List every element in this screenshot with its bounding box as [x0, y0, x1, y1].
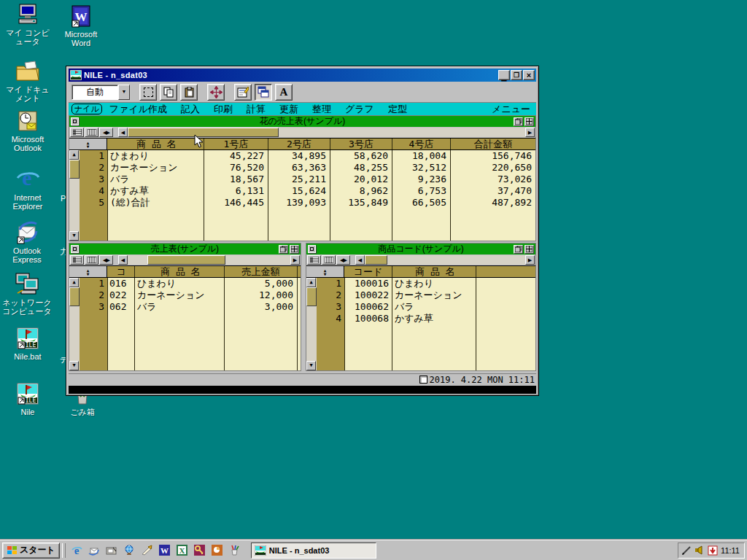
menu-item-nile[interactable]: ナイル: [71, 104, 102, 114]
view-system-button[interactable]: [308, 245, 316, 253]
cell[interactable]: 18,004: [392, 150, 450, 162]
cell[interactable]: 5,000: [224, 278, 297, 289]
select-range-button[interactable]: [139, 84, 157, 101]
cell[interactable]: 100016: [344, 278, 392, 289]
row-sorter[interactable]: ▲▼: [69, 266, 107, 277]
scroll-down-button[interactable]: ▼: [306, 361, 316, 370]
cell[interactable]: カーネーション: [392, 289, 476, 301]
cell[interactable]: 18,567: [204, 174, 268, 185]
tray-clock[interactable]: 11:11: [721, 546, 740, 555]
cell[interactable]: 20,012: [330, 174, 392, 185]
cell[interactable]: 6,753: [392, 185, 450, 197]
row-sorter[interactable]: ▲▼: [306, 266, 344, 277]
cell[interactable]: 58,620: [330, 150, 392, 162]
globe-quicklaunch-icon[interactable]: [123, 544, 136, 556]
row-number[interactable]: 2: [317, 289, 344, 301]
cell[interactable]: カーネーション: [134, 289, 224, 301]
row-number[interactable]: 3: [80, 301, 107, 313]
record-nav-button[interactable]: ◀▶: [99, 128, 113, 137]
maximize-button[interactable]: ❐: [511, 70, 522, 80]
cell[interactable]: バラ: [392, 301, 476, 313]
grid-lines-button[interactable]: [322, 255, 336, 265]
vertical-scrollbar[interactable]: ▲▼: [306, 278, 317, 370]
vertical-scrollbar[interactable]: ▲▼: [69, 150, 80, 241]
scroll-right-button[interactable]: ▶: [290, 255, 300, 265]
column-header[interactable]: 2号店: [268, 139, 330, 149]
cell[interactable]: 6,131: [204, 185, 268, 197]
view-grid-button[interactable]: [525, 245, 534, 254]
column-header[interactable]: 商 品 名: [134, 266, 224, 277]
view-grid-button[interactable]: [525, 117, 534, 126]
show-desktop-quicklaunch-icon[interactable]: [106, 544, 118, 556]
vscroll-track[interactable]: [69, 160, 80, 231]
close-button[interactable]: ×: [523, 70, 535, 80]
column-header[interactable]: コ: [107, 266, 134, 277]
row-number[interactable]: 4: [80, 185, 107, 197]
menu-item-file-create[interactable]: ファイル作成: [109, 103, 167, 116]
view-titlebar[interactable]: 売上表(サンプル): [69, 244, 301, 254]
move-button[interactable]: [207, 84, 225, 101]
view-titlebar[interactable]: 商品コード(サンプル): [306, 244, 535, 254]
dropdown-arrow-icon[interactable]: ▼: [118, 85, 130, 100]
column-header[interactable]: 売上金額: [224, 266, 297, 277]
menu-item-calculate[interactable]: 計算: [247, 103, 266, 116]
font-button[interactable]: A: [275, 84, 293, 101]
cell[interactable]: 9,236: [392, 174, 450, 185]
table-format-button[interactable]: [307, 255, 321, 265]
cell[interactable]: 487,892: [450, 197, 535, 209]
scroll-right-button[interactable]: ▶: [525, 128, 535, 137]
form-edit-button[interactable]: [234, 84, 252, 101]
hscroll-track[interactable]: [128, 255, 290, 265]
hscroll-thumb[interactable]: [365, 255, 387, 265]
vscroll-thumb[interactable]: [306, 287, 317, 306]
volume-tray-icon[interactable]: [694, 545, 705, 555]
scroll-left-button[interactable]: ◀: [355, 255, 365, 265]
paint-cup-quicklaunch-icon[interactable]: [228, 544, 241, 556]
cell[interactable]: ひまわり: [134, 278, 224, 289]
cell[interactable]: 016: [107, 278, 134, 289]
compose-quicklaunch-icon[interactable]: [141, 544, 153, 556]
cell[interactable]: 156,746: [450, 150, 535, 162]
record-nav-button[interactable]: ◀▶: [336, 255, 350, 265]
cell[interactable]: 25,211: [268, 174, 330, 185]
app-tray-icon[interactable]: [708, 545, 718, 556]
grid-lines-button[interactable]: [85, 255, 98, 265]
view-restore-button[interactable]: [279, 245, 288, 254]
hscroll-track[interactable]: [365, 255, 525, 265]
view-restore-button[interactable]: [514, 117, 523, 126]
row-number[interactable]: 2: [80, 289, 107, 301]
paste-button[interactable]: [180, 84, 198, 101]
cell[interactable]: 100022: [344, 289, 392, 301]
desktop-icon-ms-word[interactable]: W Microsoft Word: [55, 4, 107, 47]
desktop-icon-nile-bat[interactable]: ILE Nile.bat: [2, 327, 53, 361]
table-format-button[interactable]: [70, 128, 84, 137]
cell[interactable]: かすみ草: [392, 313, 476, 324]
column-header[interactable]: 4号店: [392, 139, 450, 149]
cell[interactable]: バラ: [134, 301, 224, 313]
row-number[interactable]: 3: [317, 301, 344, 313]
hscroll-thumb[interactable]: [147, 255, 225, 265]
pen-tray-icon[interactable]: [681, 545, 692, 556]
column-header[interactable]: 合計金額: [450, 139, 535, 149]
column-header[interactable]: 商 品 名: [107, 139, 204, 149]
scroll-up-button[interactable]: ▲: [69, 150, 79, 160]
horizontal-scrollbar[interactable]: ◀ ▶: [118, 128, 535, 137]
menu-item-menu[interactable]: メニュー: [492, 103, 530, 116]
minimize-button[interactable]: ▁: [498, 70, 510, 80]
row-number[interactable]: 1: [80, 278, 107, 289]
desktop-icon-my-computer[interactable]: マイ コンピュータ: [2, 3, 53, 46]
vscroll-thumb[interactable]: [69, 160, 80, 179]
word-quicklaunch-icon[interactable]: W: [158, 544, 171, 556]
menu-item-update[interactable]: 更新: [279, 103, 298, 116]
desktop-icon-nile[interactable]: ILE Nile: [2, 382, 53, 416]
mode-dropdown[interactable]: 自動 ▼: [71, 85, 130, 100]
cell[interactable]: 37,470: [450, 185, 535, 197]
scroll-down-button[interactable]: ▼: [69, 361, 79, 370]
desktop-icon-my-documents[interactable]: マイ ドキュメント: [2, 60, 53, 103]
start-button[interactable]: スタート: [2, 542, 60, 559]
desktop-icon-internet-explorer[interactable]: e Internet Explorer: [2, 166, 53, 211]
view-grid-button[interactable]: [290, 245, 299, 254]
view-system-button[interactable]: [71, 117, 79, 125]
cell[interactable]: 45,227: [204, 150, 268, 162]
row-number[interactable]: 2: [80, 162, 107, 174]
